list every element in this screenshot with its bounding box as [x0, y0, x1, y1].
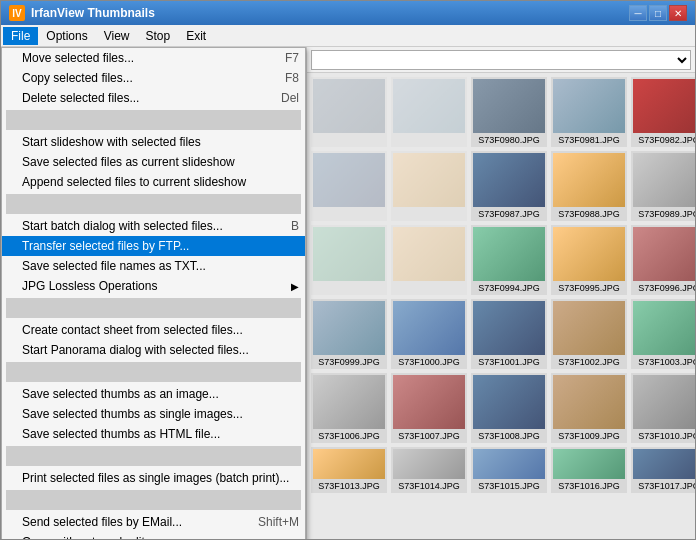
menu-copy-files[interactable]: Copy selected files... F8	[2, 68, 305, 88]
list-item[interactable]: S73F1007.JPG	[391, 373, 467, 443]
list-item[interactable]: S73F0987.JPG	[471, 151, 547, 221]
list-item[interactable]: S73F1010.JPG	[631, 373, 695, 443]
list-item[interactable]: S73F1000.JPG	[391, 299, 467, 369]
menu-start-slideshow[interactable]: Start slideshow with selected files	[2, 132, 305, 152]
thumb-spacer	[391, 151, 467, 221]
window-title: IrfanView Thumbnails	[31, 6, 155, 20]
menu-send-email[interactable]: Send selected files by EMail... Shift+M	[2, 512, 305, 532]
thumb-spacer	[391, 77, 467, 147]
thumb-spacer	[391, 225, 467, 295]
menu-jpg-lossless[interactable]: JPG Lossless Operations ▶	[2, 276, 305, 296]
title-bar: IV IrfanView Thumbnails ─ □ ✕	[1, 1, 695, 25]
menu-save-thumbs-html[interactable]: Save selected thumbs as HTML file...	[2, 424, 305, 444]
separator-2	[6, 194, 301, 214]
thumb-spacer	[311, 151, 387, 221]
thumb-spacer	[311, 225, 387, 295]
menu-save-slideshow[interactable]: Save selected files as current slideshow	[2, 152, 305, 172]
separator-3	[6, 298, 301, 318]
list-item[interactable]: S73F1014.JPG	[391, 447, 467, 493]
list-item[interactable]: S73F1013.JPG	[311, 447, 387, 493]
list-item[interactable]: S73F1009.JPG	[551, 373, 627, 443]
list-item[interactable]: S73F0999.JPG	[311, 299, 387, 369]
thumb-grid: S73F0980.JPG S73F0981.JPG S73F0982.JPG S…	[311, 77, 691, 493]
menu-transfer-ftp[interactable]: Transfer selected files by FTP...	[2, 236, 305, 256]
list-item[interactable]: S73F1003.JPG	[631, 299, 695, 369]
list-item[interactable]: S73F1016.JPG	[551, 447, 627, 493]
path-dropdown[interactable]	[311, 50, 691, 70]
list-item[interactable]: S73F1017.JPG	[631, 447, 695, 493]
list-item[interactable]: S73F0982.JPG	[631, 77, 695, 147]
list-item[interactable]: S73F0988.JPG	[551, 151, 627, 221]
list-item[interactable]: S73F0994.JPG	[471, 225, 547, 295]
minimize-button[interactable]: ─	[629, 5, 647, 21]
separator-5	[6, 446, 301, 466]
main-window: IV IrfanView Thumbnails ─ □ ✕ File Optio…	[0, 0, 696, 540]
separator-1	[6, 110, 301, 130]
menu-open-external[interactable]: Open with external editor ▶	[2, 532, 305, 539]
list-item[interactable]: S73F1001.JPG	[471, 299, 547, 369]
list-item[interactable]: S73F0980.JPG	[471, 77, 547, 147]
menu-view[interactable]: View	[96, 27, 138, 45]
separator-4	[6, 362, 301, 382]
menu-bar: File Options View Stop Exit	[1, 25, 695, 47]
window-controls: ─ □ ✕	[629, 5, 687, 21]
menu-file[interactable]: File	[3, 27, 38, 45]
app-icon: IV	[9, 5, 25, 21]
list-item[interactable]: S73F0995.JPG	[551, 225, 627, 295]
menu-contact-sheet[interactable]: Create contact sheet from selected files…	[2, 320, 305, 340]
list-item[interactable]: S73F1006.JPG	[311, 373, 387, 443]
thumb-grid-wrapper[interactable]: S73F0980.JPG S73F0981.JPG S73F0982.JPG S…	[307, 73, 695, 539]
menu-panorama[interactable]: Start Panorama dialog with selected file…	[2, 340, 305, 360]
thumb-toolbar	[307, 47, 695, 73]
left-sidebar: Move selected files... F7 Copy selected …	[1, 47, 306, 539]
close-button[interactable]: ✕	[669, 5, 687, 21]
thumb-spacer	[311, 77, 387, 147]
menu-save-thumbs-single[interactable]: Save selected thumbs as single images...	[2, 404, 305, 424]
list-item[interactable]: S73F1008.JPG	[471, 373, 547, 443]
list-item[interactable]: S73F1015.JPG	[471, 447, 547, 493]
menu-save-filenames[interactable]: Save selected file names as TXT...	[2, 256, 305, 276]
menu-move-files[interactable]: Move selected files... F7	[2, 48, 305, 68]
file-dropdown-menu: Move selected files... F7 Copy selected …	[1, 47, 306, 539]
menu-start-batch[interactable]: Start batch dialog with selected files..…	[2, 216, 305, 236]
menu-stop[interactable]: Stop	[138, 27, 179, 45]
thumbnail-panel: S73F0980.JPG S73F0981.JPG S73F0982.JPG S…	[306, 47, 695, 539]
main-content: Move selected files... F7 Copy selected …	[1, 47, 695, 539]
list-item[interactable]: S73F0989.JPG	[631, 151, 695, 221]
menu-append-slideshow[interactable]: Append selected files to current slidesh…	[2, 172, 305, 192]
menu-print-files[interactable]: Print selected files as single images (b…	[2, 468, 305, 488]
menu-save-thumbs-image[interactable]: Save selected thumbs as an image...	[2, 384, 305, 404]
restore-button[interactable]: □	[649, 5, 667, 21]
menu-delete-files[interactable]: Delete selected files... Del	[2, 88, 305, 108]
list-item[interactable]: S73F1002.JPG	[551, 299, 627, 369]
list-item[interactable]: S73F0996.JPG	[631, 225, 695, 295]
list-item[interactable]: S73F0981.JPG	[551, 77, 627, 147]
menu-exit[interactable]: Exit	[178, 27, 214, 45]
separator-6	[6, 490, 301, 510]
menu-options[interactable]: Options	[38, 27, 95, 45]
